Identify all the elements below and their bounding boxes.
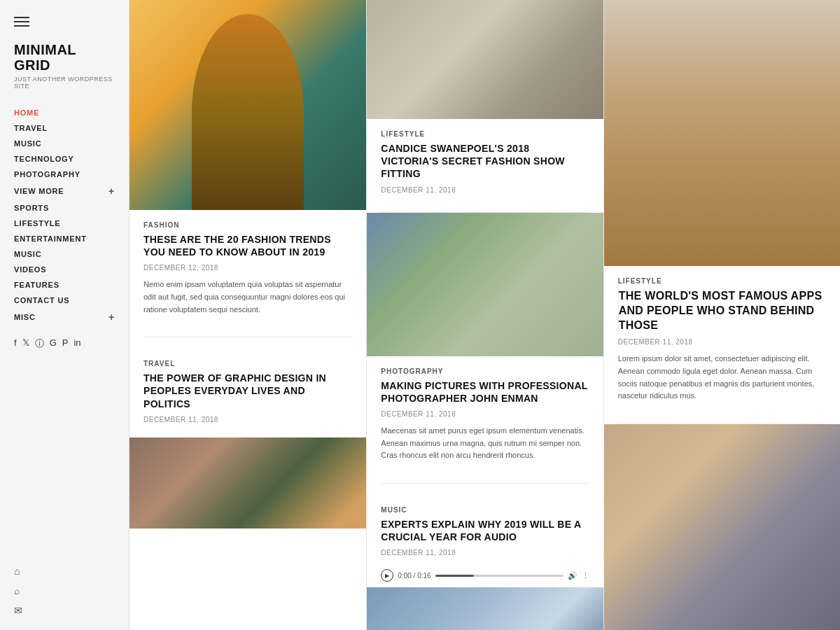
post-photographer: PHOTOGRAPHY MAKING PICTURES WITH PROFESS… xyxy=(367,213,603,483)
post-meta-dog: LIFESTYLE THE WORLD'S MOST FAMOUS APPS A… xyxy=(604,266,840,402)
post-excerpt-fashion: Nemo enim ipsam voluptatem quia voluptas… xyxy=(144,279,352,316)
post-date-dog: DECEMBER 11, 2018 xyxy=(618,338,826,346)
post-tools: LIFESTYLE CANDICE SWANEPOEL'S 2018 VICTO… xyxy=(367,0,603,212)
audio-progress-bar[interactable] xyxy=(435,575,564,577)
post-image-tools[interactable] xyxy=(367,0,603,119)
main-nav: HOME TRAVEL MUSIC TECHNOLOGY PHOTOGRAPHY… xyxy=(14,105,115,326)
facebook-icon[interactable]: f xyxy=(14,337,17,350)
post-image-fashion-woman[interactable] xyxy=(604,424,840,630)
home-icon[interactable]: ⌂ xyxy=(14,566,115,577)
linkedin-icon[interactable]: in xyxy=(74,337,80,350)
post-meta-photo: PHOTOGRAPHY MAKING PICTURES WITH PROFESS… xyxy=(367,356,603,462)
nav-misc[interactable]: MISC + xyxy=(14,308,115,326)
audio-time: 0:00 / 0:16 xyxy=(398,572,430,580)
main-content: FASHION THESE ARE THE 20 FASHION TRENDS … xyxy=(130,0,840,630)
post-category-fashion: FASHION xyxy=(144,221,352,229)
post-fashion-woman xyxy=(604,424,840,630)
post-title-fashion[interactable]: THESE ARE THE 20 FASHION TRENDS YOU NEED… xyxy=(144,233,352,258)
google-icon[interactable]: G xyxy=(50,337,57,350)
nav-photography[interactable]: PHOTOGRAPHY xyxy=(14,167,115,182)
post-excerpt-dog: Lorem ipsum dolor sit amet, consectetuer… xyxy=(618,353,826,402)
post-date-audio: DECEMBER 11, 2018 xyxy=(381,549,589,556)
column-2: LIFESTYLE CANDICE SWANEPOEL'S 2018 VICTO… xyxy=(366,0,603,630)
post-category-audio: MUSIC xyxy=(381,506,589,514)
posts-grid: FASHION THESE ARE THE 20 FASHION TRENDS … xyxy=(130,0,840,630)
play-button[interactable]: ▶ xyxy=(381,569,393,582)
nav-videos[interactable]: VIDEOS xyxy=(14,262,115,277)
post-image-laptop[interactable] xyxy=(130,430,366,528)
nav-sports[interactable]: SPORTS xyxy=(14,200,115,216)
nav-technology[interactable]: TECHNOLOGY xyxy=(14,151,115,167)
nav-music2[interactable]: MUSIC xyxy=(14,246,115,262)
nav-music[interactable]: MUSIC xyxy=(14,136,115,151)
nav-features[interactable]: FEATURES xyxy=(14,277,115,293)
post-image-dog[interactable] xyxy=(604,0,840,266)
post-image-fashion[interactable] xyxy=(130,0,366,210)
post-image-concert[interactable] xyxy=(367,587,603,630)
volume-icon[interactable]: 🔊 xyxy=(568,571,578,580)
column-1: FASHION THESE ARE THE 20 FASHION TRENDS … xyxy=(130,0,366,630)
post-image-selfie[interactable] xyxy=(367,213,603,356)
post-dog: LIFESTYLE THE WORLD'S MOST FAMOUS APPS A… xyxy=(604,0,840,424)
nav-home[interactable]: HOME xyxy=(14,105,115,120)
post-date-tools: DECEMBER 11, 2018 xyxy=(381,186,589,194)
nav-entertainment[interactable]: ENTERTAINMENT xyxy=(14,231,115,246)
nav-lifestyle[interactable]: LIFESTYLE xyxy=(14,216,115,231)
plus-icon-misc: + xyxy=(108,312,115,323)
nav-contact[interactable]: CONTACT US xyxy=(14,293,115,308)
sidebar-bottom-icons: ⌂ ⌕ ✉ xyxy=(14,552,115,616)
post-excerpt-photo: Maecenas sit amet purus eget ipsum eleme… xyxy=(381,425,589,462)
search-icon[interactable]: ⌕ xyxy=(14,585,115,596)
post-date-graphic: DECEMBER 11, 2018 xyxy=(144,416,352,424)
sidebar: MINIMALGRID JUST ANOTHER WORDPRESS SITE … xyxy=(0,0,130,630)
post-date-photo: DECEMBER 11, 2018 xyxy=(381,410,589,418)
post-category-graphic: TRAVEL xyxy=(144,360,352,368)
site-subtitle: JUST ANOTHER WORDPRESS SITE xyxy=(14,76,115,90)
post-category-photo: PHOTOGRAPHY xyxy=(381,368,589,375)
post-date-fashion: DECEMBER 12, 2018 xyxy=(144,264,352,272)
site-title: MINIMALGRID xyxy=(14,42,115,73)
more-options-icon[interactable]: ⋮ xyxy=(582,571,589,580)
nav-view-more[interactable]: VIEW MORE + xyxy=(14,182,115,200)
plus-icon: + xyxy=(108,186,115,197)
post-title-graphic[interactable]: THE POWER OF GRAPHIC DESIGN IN PEOPLES E… xyxy=(144,372,352,410)
post-graphic-design: TRAVEL THE POWER OF GRAPHIC DESIGN IN PE… xyxy=(130,337,366,540)
menu-button[interactable] xyxy=(14,14,115,29)
column-3: LIFESTYLE THE WORLD'S MOST FAMOUS APPS A… xyxy=(603,0,840,630)
audio-player[interactable]: ▶ 0:00 / 0:16 🔊 ⋮ xyxy=(381,564,589,587)
post-meta-graphic: TRAVEL THE POWER OF GRAPHIC DESIGN IN PE… xyxy=(130,337,366,424)
post-title-audio[interactable]: EXPERTS EXPLAIN WHY 2019 WILL BE A CRUCI… xyxy=(381,518,589,543)
social-icons: f 𝕏 ⓘ G P in xyxy=(14,337,115,350)
nav-travel[interactable]: TRAVEL xyxy=(14,120,115,136)
post-title-dog[interactable]: THE WORLD'S MOST FAMOUS APPS AND PEOPLE … xyxy=(618,289,826,332)
post-meta-fashion: FASHION THESE ARE THE 20 FASHION TRENDS … xyxy=(130,210,366,316)
post-category-tools: LIFESTYLE xyxy=(381,130,589,138)
post-fashion-girl: FASHION THESE ARE THE 20 FASHION TRENDS … xyxy=(130,0,366,337)
post-title-photo[interactable]: MAKING PICTURES WITH PROFESSIONAL PHOTOG… xyxy=(381,379,589,405)
pinterest-icon[interactable]: P xyxy=(62,337,69,350)
twitter-icon[interactable]: 𝕏 xyxy=(22,337,29,350)
post-meta-audio: MUSIC EXPERTS EXPLAIN WHY 2019 WILL BE A… xyxy=(367,484,603,587)
post-title-tools[interactable]: CANDICE SWANEPOEL'S 2018 VICTORIA'S SECR… xyxy=(381,142,589,181)
instagram-icon[interactable]: ⓘ xyxy=(35,337,44,350)
post-meta-tools: LIFESTYLE CANDICE SWANEPOEL'S 2018 VICTO… xyxy=(367,119,603,194)
post-audio: MUSIC EXPERTS EXPLAIN WHY 2019 WILL BE A… xyxy=(367,484,603,630)
post-category-dog: LIFESTYLE xyxy=(618,277,826,285)
mail-icon[interactable]: ✉ xyxy=(14,605,115,616)
